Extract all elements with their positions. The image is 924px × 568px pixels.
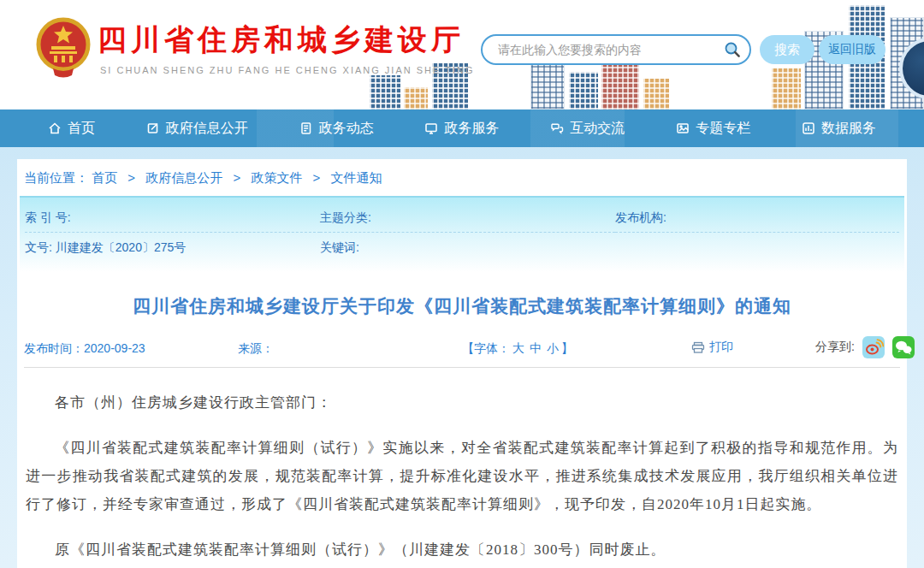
article-paragraph: 原《四川省装配式建筑装配率计算细则（试行）》（川建建发〔2018〕300号）同时… [26, 535, 898, 564]
source: 来源： [238, 341, 274, 357]
nav-item-gov-news[interactable]: 政务动态 [299, 120, 374, 138]
content-card: 当前位置： 首页 > 政府信息公开 > 政策文件 > 文件通知 索 引 号: 主… [17, 159, 907, 568]
monitor-icon [424, 121, 438, 135]
old-version-button[interactable]: 返回旧版 [819, 35, 886, 64]
nav-item-special-columns[interactable]: 专题专栏 [676, 120, 750, 138]
document-icon [299, 121, 313, 135]
article-body: 各市（州）住房城乡建设行政主管部门： 《四川省装配式建筑装配率计算细则（试行）》… [17, 368, 907, 568]
breadcrumb-separator: > [233, 170, 240, 185]
doc-category-field: 主题分类: [320, 206, 615, 233]
article-meta-row: 发布时间：2020-09-23 来源： 【字体：大中小】 打印 分享到: [24, 328, 900, 368]
print-button[interactable]: 打印 [691, 340, 733, 355]
home-icon [48, 121, 62, 135]
picture-icon [676, 121, 690, 135]
nav-item-label: 政务动态 [319, 120, 374, 138]
font-control-suffix: 】 [561, 341, 573, 355]
breadcrumb-item-info-disclosure[interactable]: 政府信息公开 [145, 170, 222, 185]
doc-index-label: 索 引 号: [25, 210, 71, 224]
source-label: 来源： [238, 341, 274, 355]
doc-publisher-label: 发布机构: [615, 210, 666, 224]
site-header: 四川省住房和城乡建设厅 SI CHUAN SHENG ZHU FANG HE C… [0, 0, 924, 109]
site-title: 四川省住房和城乡建设厅 [98, 21, 465, 60]
article-paragraph: 各市（州）住房城乡建设行政主管部门： [26, 388, 898, 417]
nav-item-label: 互动交流 [570, 120, 625, 138]
wechat-share-icon[interactable] [892, 336, 915, 358]
breadcrumb-separator: > [313, 170, 321, 185]
breadcrumb-item-file-notices[interactable]: 文件通知 [331, 170, 382, 185]
nav-item-interaction[interactable]: 互动交流 [550, 120, 625, 138]
printer-icon [691, 341, 705, 354]
building-illustration [772, 68, 801, 109]
breadcrumb: 当前位置： 首页 > 政府信息公开 > 政策文件 > 文件通知 [17, 159, 907, 196]
nav-item-data-services[interactable]: 数据服务 [802, 120, 876, 138]
breadcrumb-item-home[interactable]: 首页 [92, 170, 117, 185]
nav-item-label: 政务服务 [444, 120, 499, 138]
doc-number-field: 文号: 川建建发〔2020〕275号 [25, 236, 320, 262]
doc-category-label: 主题分类: [320, 210, 371, 224]
weibo-share-icon[interactable] [862, 336, 885, 358]
breadcrumb-item-policy-files[interactable]: 政策文件 [251, 170, 302, 185]
search-icon[interactable] [724, 41, 741, 58]
breadcrumb-separator: > [127, 170, 135, 185]
nav-item-label: 专题专栏 [696, 120, 750, 138]
share-label: 分享到: [815, 340, 855, 355]
font-control-prefix: 【字体： [462, 341, 510, 355]
doc-number-label: 文号: [25, 240, 52, 254]
share-bar: 分享到: [815, 336, 915, 358]
publish-date-value: 2020-09-23 [84, 341, 145, 355]
search-button[interactable]: 搜索 [760, 35, 814, 64]
doc-publisher-field: 发布机构: [615, 206, 899, 233]
publish-time-label: 发布时间： [24, 341, 84, 355]
article-paragraph: 《四川省装配式建筑装配率计算细则（试行）》实施以来，对全省装配式建筑装配率计算起… [26, 434, 898, 518]
doc-keywords-field: 关键词: [320, 236, 615, 262]
building-illustration [569, 72, 598, 109]
site-subtitle-pinyin: SI CHUAN SHENG ZHU FANG HE CHENG XIANG J… [100, 65, 475, 75]
doc-index-field: 索 引 号: [25, 206, 320, 233]
building-illustration [643, 79, 669, 109]
search-box [481, 34, 751, 65]
page-body: 当前位置： 首页 > 政府信息公开 > 政策文件 > 文件通知 索 引 号: 主… [0, 147, 924, 568]
nav-item-label: 政府信息公开 [166, 120, 248, 138]
font-size-small[interactable]: 小 [547, 341, 559, 355]
nav-item-label: 首页 [68, 120, 95, 138]
print-label: 打印 [709, 340, 733, 355]
building-illustration [370, 75, 400, 109]
search-input[interactable] [496, 42, 724, 57]
doc-keywords-label: 关键词: [320, 240, 359, 254]
main-navigation: 首页 政府信息公开 政务动态 政务服务 互动交流 专题专栏 数据服务 [0, 109, 924, 147]
document-meta-panel: 索 引 号: 主题分类: 发布机构: 文号: 川建建发〔2020〕275号 关键… [20, 196, 904, 272]
chat-icon [550, 121, 564, 135]
nav-item-gov-services[interactable]: 政务服务 [424, 120, 499, 138]
doc-number-value: 川建建发〔2020〕275号 [56, 240, 187, 254]
bar-chart-icon [802, 121, 815, 135]
font-size-control: 【字体：大中小】 [462, 341, 573, 357]
building-illustration [530, 58, 565, 109]
font-size-large[interactable]: 大 [512, 341, 524, 355]
building-illustration [404, 87, 428, 109]
nav-item-home[interactable]: 首页 [48, 120, 95, 138]
breadcrumb-label: 当前位置： [24, 170, 88, 185]
font-size-medium[interactable]: 中 [530, 341, 542, 355]
edit-square-icon [146, 121, 160, 135]
publish-time: 发布时间：2020-09-23 [24, 341, 145, 357]
nav-item-info-disclosure[interactable]: 政府信息公开 [146, 120, 248, 138]
national-emblem-logo [36, 17, 91, 80]
nav-item-label: 数据服务 [821, 120, 876, 138]
article-title: 四川省住房和城乡建设厅关于印发《四川省装配式建筑装配率计算细则》的通知 [34, 294, 890, 318]
